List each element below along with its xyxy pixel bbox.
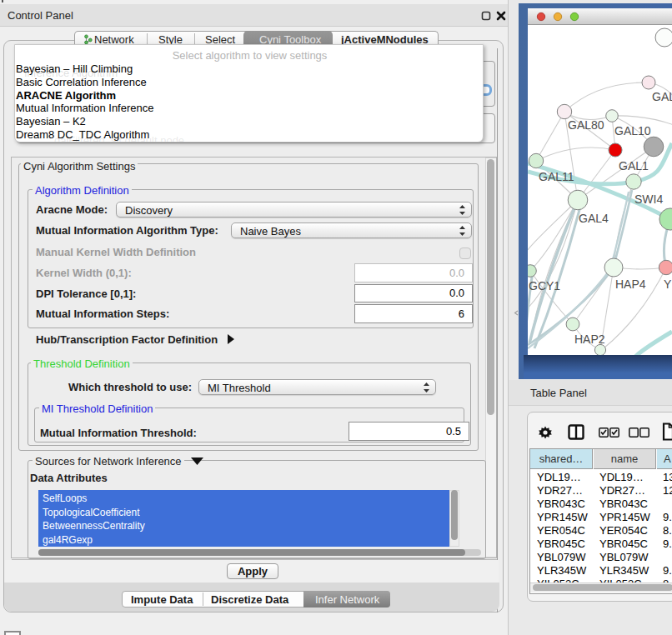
svg-text:GAL80: GAL80	[568, 118, 604, 132]
svg-text:HAP4: HAP4	[615, 278, 646, 291]
svg-text:HAP2: HAP2	[574, 332, 605, 346]
svg-text:GAL10: GAL10	[614, 124, 651, 138]
svg-text:GCY1: GCY1	[529, 279, 560, 292]
svg-text:GAL4: GAL4	[579, 212, 609, 225]
svg-text:GAL7: GAL7	[652, 90, 672, 103]
svg-text:SWI4: SWI4	[634, 192, 663, 206]
svg-text:GAL1: GAL1	[619, 159, 649, 172]
svg-text:Y: Y	[664, 278, 672, 291]
svg-text:GAL11: GAL11	[539, 170, 574, 183]
